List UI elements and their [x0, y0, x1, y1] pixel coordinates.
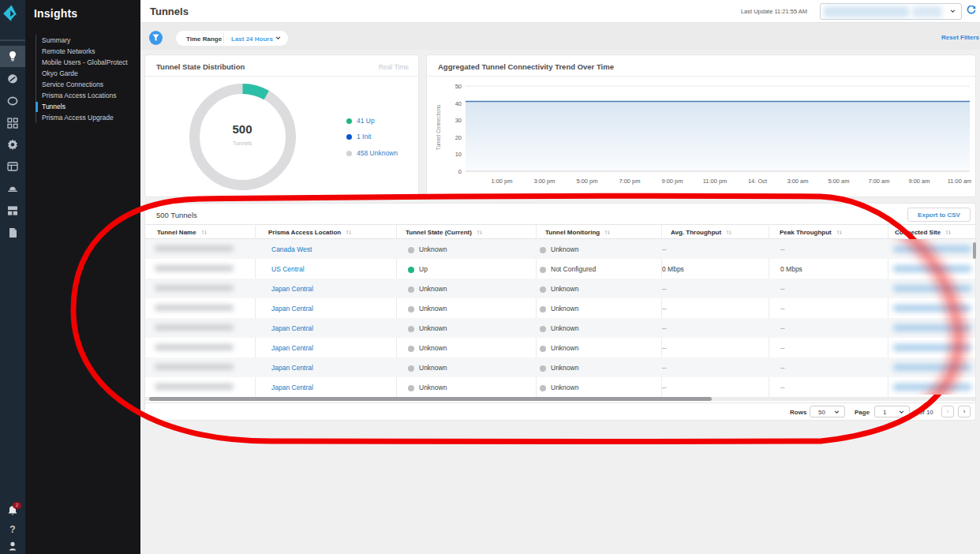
svg-text:20: 20 — [455, 134, 462, 141]
svg-text:1:00 pm: 1:00 pm — [491, 178, 512, 185]
svg-text:11:00 pm: 11:00 pm — [703, 178, 728, 185]
svg-text:7:00 pm: 7:00 pm — [619, 178, 640, 185]
svg-text:50: 50 — [455, 83, 462, 90]
svg-text:5:00 am: 5:00 am — [828, 178, 849, 185]
svg-text:14. Oct: 14. Oct — [748, 178, 768, 185]
svg-text:11:00 am: 11:00 am — [948, 178, 971, 185]
svg-text:0: 0 — [458, 168, 462, 175]
svg-text:9:00 am: 9:00 am — [908, 178, 930, 185]
svg-text:9:00 pm: 9:00 pm — [661, 178, 683, 185]
svg-text:3:00 am: 3:00 am — [787, 178, 808, 185]
svg-text:7:00 am: 7:00 am — [868, 178, 889, 185]
svg-text:40: 40 — [455, 100, 462, 107]
svg-text:10: 10 — [455, 151, 462, 158]
svg-text:5:00 pm: 5:00 pm — [576, 178, 597, 185]
svg-text:30: 30 — [455, 117, 462, 124]
svg-text:3:00 pm: 3:00 pm — [533, 178, 555, 185]
